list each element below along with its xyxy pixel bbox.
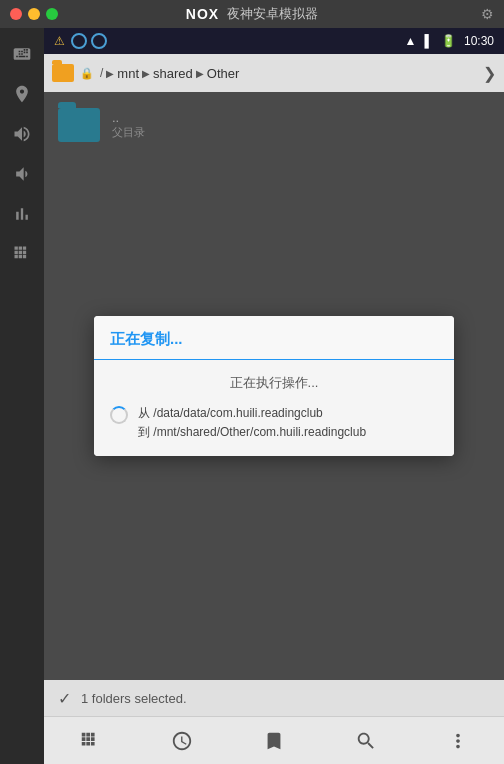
main-container: ⚠ ▲ ▌ 🔋 10:30 🔒 / ▶ mnt ▶ sha bbox=[0, 28, 504, 764]
sync-icon-1 bbox=[71, 33, 87, 49]
status-left: ⚠ bbox=[54, 33, 107, 49]
selection-text: 1 folders selected. bbox=[81, 691, 187, 706]
breadcrumb-arrow-1: ▶ bbox=[106, 68, 114, 79]
dialog-path: 从 /data/data/com.huili.readingclub 到 /mn… bbox=[138, 404, 366, 442]
to-path: 到 /mnt/shared/Other/com.huili.readingclu… bbox=[138, 425, 366, 439]
breadcrumb-mnt[interactable]: mnt bbox=[117, 66, 139, 81]
sidebar-icon-keyboard[interactable] bbox=[4, 36, 40, 72]
sidebar bbox=[0, 28, 44, 764]
nox-logo: NOX bbox=[186, 6, 219, 22]
signal-icon: ▌ bbox=[424, 34, 433, 48]
selection-bar: ✓ 1 folders selected. bbox=[44, 680, 504, 716]
content-area: ⚠ ▲ ▌ 🔋 10:30 🔒 / ▶ mnt ▶ sha bbox=[44, 28, 504, 764]
dialog-status: 正在执行操作... bbox=[110, 374, 438, 392]
android-status-bar: ⚠ ▲ ▌ 🔋 10:30 bbox=[44, 28, 504, 54]
file-topbar: 🔒 / ▶ mnt ▶ shared ▶ Other ❯ bbox=[44, 54, 504, 92]
breadcrumb: / ▶ mnt ▶ shared ▶ Other bbox=[100, 66, 239, 81]
sidebar-icon-volume-down[interactable] bbox=[4, 156, 40, 192]
status-right: ▲ ▌ 🔋 10:30 bbox=[405, 34, 494, 48]
app-title: 夜神安卓模拟器 bbox=[227, 5, 318, 23]
sync-icon-2 bbox=[91, 33, 107, 49]
dialog-body: 正在执行操作... 从 /data/data/com.huili.reading… bbox=[94, 360, 454, 456]
nav-clock-icon[interactable] bbox=[162, 721, 202, 761]
settings-button[interactable]: ⚙ bbox=[481, 6, 494, 22]
window-controls[interactable] bbox=[10, 8, 58, 20]
folder-icon-topbar bbox=[52, 64, 74, 82]
sidebar-icon-volume[interactable] bbox=[4, 116, 40, 152]
sidebar-icon-chart[interactable] bbox=[4, 196, 40, 232]
nav-more-icon[interactable] bbox=[438, 721, 478, 761]
copy-dialog: 正在复制... 正在执行操作... 从 /data/data/com.huili… bbox=[94, 316, 454, 456]
breadcrumb-arrow-3: ▶ bbox=[196, 68, 204, 79]
sidebar-icon-location[interactable] bbox=[4, 76, 40, 112]
from-path: 从 /data/data/com.huili.readingclub bbox=[138, 406, 323, 420]
collapse-button[interactable]: ❯ bbox=[483, 64, 496, 83]
breadcrumb-root: / bbox=[100, 66, 103, 80]
check-icon: ✓ bbox=[58, 689, 71, 708]
alert-icon: ⚠ bbox=[54, 34, 65, 48]
lock-icon: 🔒 bbox=[80, 67, 94, 80]
wifi-icon: ▲ bbox=[405, 34, 417, 48]
nav-grid-icon[interactable] bbox=[70, 721, 110, 761]
title-center: NOX 夜神安卓模拟器 bbox=[186, 5, 318, 23]
nav-bookmark-icon[interactable] bbox=[254, 721, 294, 761]
breadcrumb-other[interactable]: Other bbox=[207, 66, 240, 81]
progress-spinner bbox=[110, 406, 128, 424]
close-button[interactable] bbox=[10, 8, 22, 20]
nav-search-icon[interactable] bbox=[346, 721, 386, 761]
dialog-overlay: 正在复制... 正在执行操作... 从 /data/data/com.huili… bbox=[44, 92, 504, 680]
bottom-nav bbox=[44, 716, 504, 764]
breadcrumb-shared[interactable]: shared bbox=[153, 66, 193, 81]
status-icons bbox=[71, 33, 107, 49]
battery-icon: 🔋 bbox=[441, 34, 456, 48]
dialog-progress-row: 从 /data/data/com.huili.readingclub 到 /mn… bbox=[110, 404, 438, 442]
time-display: 10:30 bbox=[464, 34, 494, 48]
title-bar: NOX 夜神安卓模拟器 ⚙ bbox=[0, 0, 504, 28]
file-listing: .. 父目录 正在复制... 正在执行操作... 从 /data/data/co… bbox=[44, 92, 504, 680]
dialog-title: 正在复制... bbox=[94, 316, 454, 360]
maximize-button[interactable] bbox=[46, 8, 58, 20]
minimize-button[interactable] bbox=[28, 8, 40, 20]
sidebar-icon-grid[interactable] bbox=[4, 236, 40, 272]
breadcrumb-arrow-2: ▶ bbox=[142, 68, 150, 79]
